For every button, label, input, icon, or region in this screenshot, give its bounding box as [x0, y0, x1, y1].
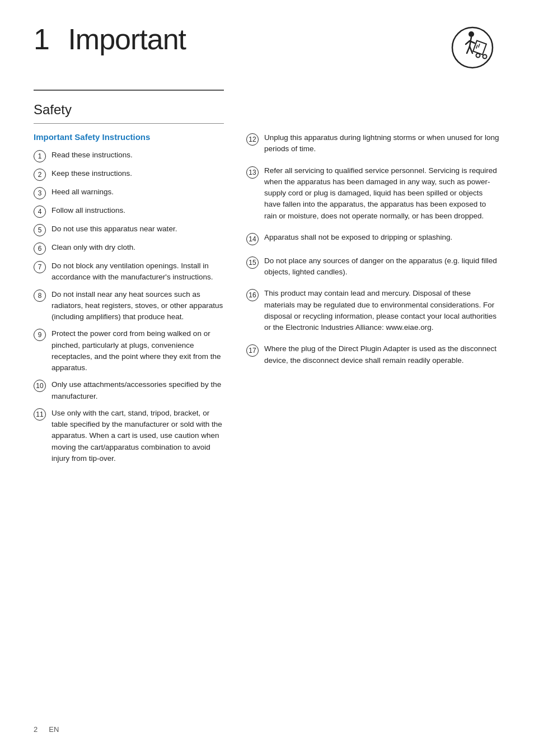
item-text: Unplug this apparatus during lightning s…: [264, 132, 500, 155]
item-number: 10: [34, 380, 46, 392]
svg-point-1: [469, 31, 474, 37]
list-item: 17 Where the plug of the Direct Plugin A…: [246, 343, 500, 366]
list-item: 16 This product may contain lead and mer…: [246, 288, 500, 333]
item-number: 12: [246, 133, 259, 146]
item-text: Only use attachments/accessories specifi…: [51, 379, 224, 402]
item-text: Do not block any ventilation openings. I…: [51, 260, 224, 283]
svg-line-10: [476, 45, 477, 49]
top-divider: [34, 90, 224, 91]
svg-line-5: [467, 46, 470, 53]
page-footer: 2 EN: [34, 725, 59, 734]
list-item: 12 Unplug this apparatus during lightnin…: [246, 132, 500, 155]
left-column: Important Safety Instructions 1 Read the…: [34, 132, 224, 470]
list-item: 10 Only use attachments/accessories spec…: [34, 379, 224, 402]
item-text: Do not use this apparatus near water.: [51, 223, 224, 235]
section-title: Safety: [34, 102, 500, 118]
list-item: 2 Keep these instructions.: [34, 168, 224, 181]
page-number: 2: [34, 725, 38, 734]
svg-point-8: [476, 54, 480, 58]
chapter-number: 1: [34, 23, 49, 55]
svg-line-11: [479, 44, 480, 48]
item-text: This product may contain lead and mercur…: [264, 288, 500, 333]
item-number: 7: [34, 261, 46, 273]
safety-icon: [450, 25, 495, 70]
svg-line-6: [470, 46, 472, 53]
list-item: 13 Refer all servicing to qualified serv…: [246, 165, 500, 222]
item-text: Refer all servicing to qualified service…: [264, 165, 500, 222]
item-number: 15: [246, 256, 259, 269]
chapter-name: Important: [68, 23, 186, 55]
list-item: 6 Clean only with dry cloth.: [34, 242, 224, 255]
item-number: 14: [246, 233, 259, 245]
item-text: Keep these instructions.: [51, 168, 224, 179]
list-item: 4 Follow all instructions.: [34, 205, 224, 218]
language-code: EN: [49, 725, 59, 734]
main-content: Important Safety Instructions 1 Read the…: [34, 132, 500, 470]
right-column: 12 Unplug this apparatus during lightnin…: [246, 132, 500, 470]
page-header: 1 Important: [34, 22, 500, 73]
item-text: Where the plug of the Direct Plugin Adap…: [264, 343, 500, 366]
list-item: 14 Apparatus shall not be exposed to dri…: [246, 232, 500, 245]
svg-point-9: [483, 55, 487, 59]
item-number: 8: [34, 290, 46, 302]
list-item: 11 Use only with the cart, stand, tripod…: [34, 408, 224, 464]
item-text: Use only with the cart, stand, tripod, b…: [51, 408, 224, 464]
item-number: 17: [246, 344, 259, 357]
logo-area: [444, 22, 500, 73]
item-text: Protect the power cord from being walked…: [51, 328, 224, 374]
item-text: Do not install near any heat sources suc…: [51, 289, 224, 323]
item-text: Apparatus shall not be exposed to drippi…: [264, 232, 500, 243]
item-number: 4: [34, 206, 46, 218]
list-item: 7 Do not block any ventilation openings.…: [34, 260, 224, 283]
item-number: 1: [34, 150, 46, 162]
item-number: 9: [34, 329, 46, 341]
list-item: 3 Heed all warnings.: [34, 186, 224, 199]
list-item: 8 Do not install near any heat sources s…: [34, 289, 224, 323]
item-text: Follow all instructions.: [51, 205, 224, 216]
list-item: 9 Protect the power cord from being walk…: [34, 328, 224, 374]
item-number: 16: [246, 289, 259, 301]
list-item: 1 Read these instructions.: [34, 150, 224, 162]
item-number: 6: [34, 242, 46, 255]
item-number: 13: [246, 166, 259, 179]
item-text: Heed all warnings.: [51, 186, 224, 198]
list-item: 15 Do not place any sources of danger on…: [246, 255, 500, 278]
page: 1 Important: [0, 0, 534, 756]
chapter-title-area: 1 Important: [34, 22, 186, 56]
item-text: Clean only with dry cloth.: [51, 242, 224, 253]
item-text: Do not place any sources of danger on th…: [264, 255, 500, 278]
section-divider: [34, 123, 224, 124]
item-text: Read these instructions.: [51, 150, 224, 161]
item-number: 2: [34, 169, 46, 181]
item-number: 5: [34, 224, 46, 236]
item-number: 3: [34, 187, 46, 199]
left-instructions-list: 1 Read these instructions. 2 Keep these …: [34, 150, 224, 464]
svg-line-3: [466, 41, 470, 44]
list-item: 5 Do not use this apparatus near water.: [34, 223, 224, 236]
subsection-title: Important Safety Instructions: [34, 132, 224, 142]
item-number: 11: [34, 408, 46, 421]
chapter-title: 1 Important: [34, 22, 186, 56]
